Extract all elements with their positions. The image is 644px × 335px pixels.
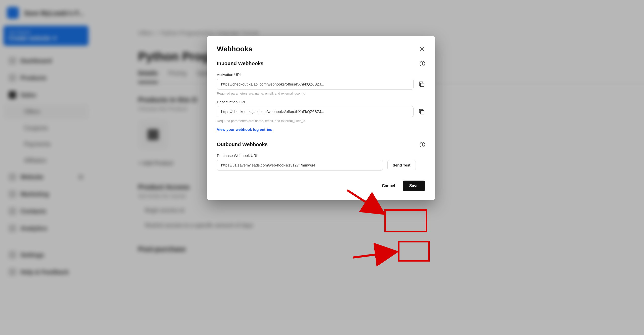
modal-title: Webhooks	[217, 45, 252, 53]
activation-url-label: Activation URL	[217, 72, 425, 77]
outbound-section-title: Outbound Webhooks	[217, 142, 268, 147]
send-test-button[interactable]: Send Test	[387, 160, 416, 170]
close-icon[interactable]	[419, 46, 425, 52]
purchase-url-input[interactable]: https://u1.savemyleads.com/web-hooks/131…	[217, 160, 383, 171]
copy-icon[interactable]	[418, 108, 425, 115]
annotation-highlight	[398, 241, 430, 262]
copy-icon[interactable]	[418, 81, 425, 88]
svg-rect-3	[420, 110, 424, 114]
info-icon[interactable]: i	[420, 142, 425, 147]
webhooks-modal: Webhooks Inbound Webhooks i Activation U…	[207, 36, 435, 200]
annotation-arrow	[345, 188, 387, 218]
svg-line-5	[353, 252, 395, 258]
annotation-arrow	[351, 247, 399, 260]
purchase-url-label: Purchase Webhook URL	[217, 153, 425, 158]
deactivation-url-input[interactable]: https://checkout.kajabi.com/webhooks/off…	[217, 106, 414, 117]
activation-helper-text: Required parameters are: name, email, an…	[217, 92, 425, 95]
activation-url-input[interactable]: https://checkout.kajabi.com/webhooks/off…	[217, 79, 414, 90]
deactivation-helper-text: Required parameters are: name, email, an…	[217, 119, 425, 123]
info-icon[interactable]: i	[420, 61, 425, 66]
annotation-highlight	[384, 209, 427, 232]
save-button[interactable]: Save	[403, 181, 425, 191]
inbound-section-title: Inbound Webhooks	[217, 61, 263, 66]
webhook-log-link[interactable]: View your webhook log entries	[217, 127, 272, 132]
svg-rect-2	[420, 83, 424, 87]
deactivation-url-label: Deactivation URL	[217, 100, 425, 104]
svg-line-4	[347, 190, 382, 213]
